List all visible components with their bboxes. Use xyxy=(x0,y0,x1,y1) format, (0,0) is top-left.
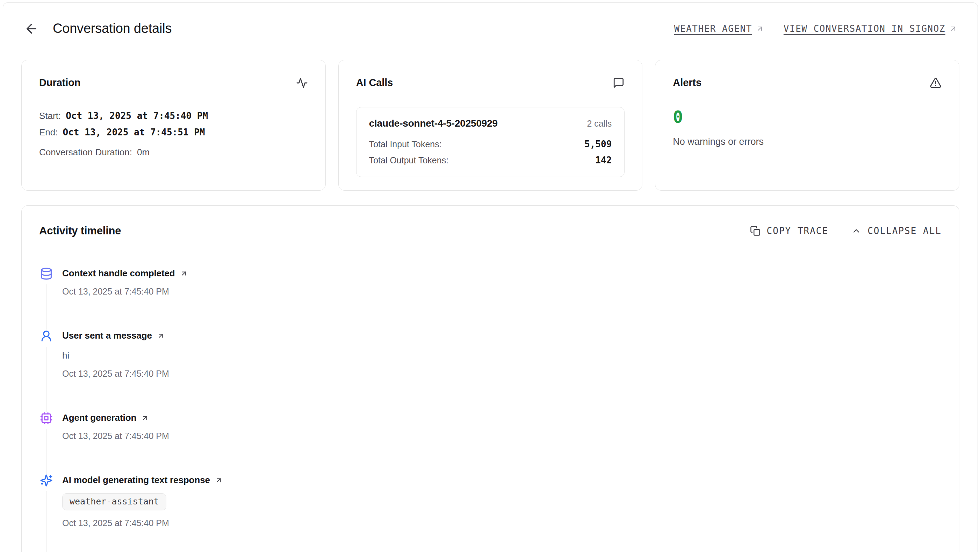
duration-start-label: Start: xyxy=(39,110,61,121)
arrow-left-icon xyxy=(24,21,39,36)
timeline-event-badge: weather-assistant xyxy=(62,493,166,511)
model-name: claude-sonnet-4-5-20250929 xyxy=(369,118,498,129)
timeline-event-link[interactable]: User sent a message xyxy=(62,330,165,341)
model-call-count: 2 calls xyxy=(587,119,612,129)
page-title: Conversation details xyxy=(53,21,172,36)
timeline-connector xyxy=(46,429,46,474)
database-icon xyxy=(40,267,53,280)
cpu-icon xyxy=(40,412,53,425)
activity-timeline-card: Activity timeline COPY TRACE COLLAPSE AL… xyxy=(21,205,959,552)
duration-card: Duration Start: Oct 13, 2025 at 7:45:40 … xyxy=(21,60,326,191)
conversation-duration-row: Conversation Duration: 0m xyxy=(39,147,308,158)
external-link-icon xyxy=(215,477,223,484)
duration-card-title: Duration xyxy=(39,77,80,88)
timeline-event-timestamp: Oct 13, 2025 at 7:45:40 PM xyxy=(62,518,223,528)
alerts-message: No warnings or errors xyxy=(673,136,942,147)
timeline-event-agent-generation: Agent generation Oct 13, 2025 at 7:45:40… xyxy=(39,412,942,474)
timeline-event-title: Agent generation xyxy=(62,412,136,423)
output-tokens-row: Total Output Tokens: 142 xyxy=(369,155,612,166)
timeline-event-link[interactable]: Context handle completed xyxy=(62,268,188,279)
external-link-icon xyxy=(756,24,764,33)
external-link-icon xyxy=(157,332,165,340)
external-link-icon xyxy=(180,270,188,278)
timeline-event-timestamp: Oct 13, 2025 at 7:45:40 PM xyxy=(62,431,169,441)
timeline-event-link[interactable]: Agent generation xyxy=(62,412,149,423)
timeline-event-title: User sent a message xyxy=(62,330,152,341)
alert-triangle-icon xyxy=(930,77,942,90)
view-conversation-signoz-link-label: VIEW CONVERSATION IN SIGNOZ xyxy=(784,24,945,34)
input-tokens-label: Total Input Tokens: xyxy=(369,139,442,149)
weather-agent-link-label: WEATHER AGENT xyxy=(674,24,752,34)
activity-timeline-title: Activity timeline xyxy=(39,225,121,237)
activity-icon xyxy=(296,77,308,90)
duration-end-label: End: xyxy=(39,127,58,138)
output-tokens-value: 142 xyxy=(595,155,612,166)
timeline-connector xyxy=(46,347,46,412)
timeline-event-message: hi xyxy=(62,350,169,361)
duration-start-value: Oct 13, 2025 at 7:45:40 PM xyxy=(66,110,208,121)
timeline-event-timestamp: Oct 13, 2025 at 7:45:40 PM xyxy=(62,287,188,297)
copy-trace-button[interactable]: COPY TRACE xyxy=(750,226,829,236)
model-usage-box: claude-sonnet-4-5-20250929 2 calls Total… xyxy=(356,107,625,177)
ai-calls-card-title: AI Calls xyxy=(356,77,393,88)
copy-trace-label: COPY TRACE xyxy=(767,226,829,236)
ai-calls-card: AI Calls claude-sonnet-4-5-20250929 2 ca… xyxy=(338,60,643,191)
timeline-body: Context handle completed Oct 13, 2025 at… xyxy=(39,267,942,552)
collapse-all-label: COLLAPSE ALL xyxy=(867,226,942,236)
view-conversation-signoz-link[interactable]: VIEW CONVERSATION IN SIGNOZ xyxy=(784,24,957,34)
timeline-event-ai-text-response: AI model generating text response weathe… xyxy=(39,474,942,552)
duration-start-row: Start: Oct 13, 2025 at 7:45:40 PM xyxy=(39,110,308,121)
timeline-event-title: Context handle completed xyxy=(62,268,175,279)
back-button[interactable] xyxy=(24,21,39,36)
timeline-connector xyxy=(46,284,46,330)
copy-icon xyxy=(750,226,760,236)
duration-end-row: End: Oct 13, 2025 at 7:45:51 PM xyxy=(39,127,308,138)
alerts-count: 0 xyxy=(673,108,942,125)
summary-cards-row: Duration Start: Oct 13, 2025 at 7:45:40 … xyxy=(21,60,959,191)
timeline-event-user-message: User sent a message hi Oct 13, 2025 at 7… xyxy=(39,330,942,412)
conversation-duration-value: 0m xyxy=(137,147,150,158)
output-tokens-label: Total Output Tokens: xyxy=(369,155,449,166)
external-link-icon xyxy=(949,24,957,33)
collapse-all-button[interactable]: COLLAPSE ALL xyxy=(851,226,942,236)
input-tokens-row: Total Input Tokens: 5,509 xyxy=(369,139,612,149)
external-link-icon xyxy=(141,414,149,422)
timeline-event-link[interactable]: AI model generating text response xyxy=(62,475,223,485)
timeline-event-timestamp: Oct 13, 2025 at 7:45:40 PM xyxy=(62,369,169,379)
timeline-connector xyxy=(46,491,46,552)
page-header: Conversation details WEATHER AGENT VIEW … xyxy=(3,3,978,36)
chevron-up-icon xyxy=(851,226,861,236)
weather-agent-link[interactable]: WEATHER AGENT xyxy=(674,24,764,34)
duration-end-value: Oct 13, 2025 at 7:45:51 PM xyxy=(63,127,205,137)
main-panel: Conversation details WEATHER AGENT VIEW … xyxy=(3,2,978,552)
user-round-icon xyxy=(40,330,53,343)
timeline-event-title: AI model generating text response xyxy=(62,475,210,485)
sparkles-icon xyxy=(40,474,53,487)
timeline-event-context-handle: Context handle completed Oct 13, 2025 at… xyxy=(39,267,942,330)
alerts-card-title: Alerts xyxy=(673,77,702,88)
message-square-icon xyxy=(612,77,625,90)
alerts-card: Alerts 0 No warnings or errors xyxy=(655,60,959,191)
input-tokens-value: 5,509 xyxy=(584,139,612,149)
conversation-duration-label: Conversation Duration: xyxy=(39,147,132,158)
